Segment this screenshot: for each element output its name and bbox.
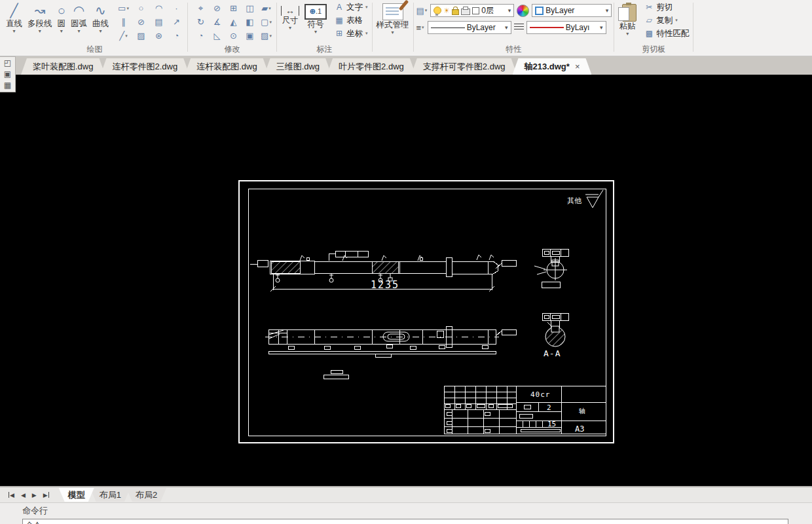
pen-edit-tool-icon[interactable]: ▰▾	[258, 1, 274, 15]
layout1-tab[interactable]: 布局1	[90, 488, 130, 502]
extend-tool-icon[interactable]: ∡	[209, 15, 225, 29]
style-manager-button[interactable]: 样式管理 ▾	[375, 1, 411, 36]
chevron-down-icon: ▾	[392, 30, 394, 35]
region-tool-icon[interactable]: ⊘	[132, 15, 150, 29]
color-wheel-icon[interactable]	[517, 5, 529, 17]
command-line-label: 命令行	[22, 505, 48, 517]
ribbon-separator	[276, 3, 277, 52]
previous-layout-button[interactable]: ◀	[18, 492, 29, 498]
style-manager-icon	[382, 3, 403, 20]
hatch-edit-tool-icon[interactable]: ▨▾	[258, 29, 274, 43]
arc-tool-button[interactable]: ◠ 圆弧 ▾	[69, 1, 89, 35]
doc-tab-2[interactable]: 连杆零件图2.dwg	[100, 58, 189, 75]
doc-tab-6[interactable]: 支撑杆可零件图2.dwg	[411, 58, 517, 75]
move-tool-icon[interactable]: ⌖	[193, 1, 209, 15]
ribbon-group-properties: ▤ ▾ ☀ 0层 ▾ ByLayer ▾	[416, 1, 612, 56]
overlap-tool-icon[interactable]: ◧	[242, 15, 258, 29]
ellipse-tool-icon[interactable]: ○	[132, 1, 150, 15]
revision-cloud-tool-icon[interactable]: ▤	[150, 15, 168, 29]
dimension-button[interactable]: ↔ 尺寸 ▾	[279, 1, 301, 31]
side-tool-icon-1[interactable]: ◰	[4, 58, 11, 68]
rectangle-tool-icon[interactable]: ▭▾	[115, 1, 132, 15]
copy-button[interactable]: ▱ 复制 ▾	[642, 14, 691, 26]
close-icon[interactable]: ×	[575, 58, 580, 75]
coordinate-icon: ⊞	[335, 29, 344, 38]
shaft-drawing: 其他 1235 A-A 40cr 2 15 A3 轴	[0, 75, 812, 486]
scale-tool-icon[interactable]: ▢▾	[258, 15, 274, 29]
scale-text: 15	[547, 420, 556, 428]
side-tool-icon-2[interactable]: ▣	[4, 69, 11, 79]
section-detail-top	[534, 249, 568, 288]
next-layout-button[interactable]: ▶	[29, 492, 40, 498]
document-tab-bar: 桨叶装配图.dwg 连杆零件图2.dwg 连杆装配图.dwg 三维图.dwg 叶…	[0, 56, 812, 75]
arrow-tool-icon[interactable]: ↗	[168, 15, 185, 29]
command-input-area: 命令	[0, 518, 812, 524]
copy-object-tool-icon[interactable]: ◫	[242, 1, 258, 15]
linetype-manager-button[interactable]: ≡ ▾	[416, 22, 425, 33]
key-detail	[323, 370, 348, 379]
spline-icon: ∿	[95, 2, 106, 19]
curve-tool-icon[interactable]: ◠	[150, 1, 168, 15]
lineweight-select[interactable]: ByLayı ▾	[526, 21, 606, 34]
layout2-tab[interactable]: 布局2	[126, 488, 166, 502]
gear-tool-icon[interactable]: ⊛	[150, 29, 168, 43]
layer-properties-button[interactable]: ▤ ▾	[416, 5, 428, 16]
first-layout-button[interactable]: ◀	[5, 492, 18, 498]
match-properties-button[interactable]: ▩ 特性匹配	[642, 28, 691, 39]
doc-tab-5[interactable]: 叶片零件图2.dwg	[327, 58, 416, 75]
chamfer-tool-icon[interactable]: ◺	[209, 29, 225, 43]
mirror-tool-icon[interactable]: ◭	[225, 15, 242, 29]
side-tool-icon-3[interactable]: ▦	[4, 81, 11, 90]
table-button[interactable]: ▦ 表格	[333, 14, 370, 26]
doc-tab-1[interactable]: 桨叶装配图.dwg	[21, 58, 105, 75]
ribbon-separator	[187, 3, 188, 52]
color-select[interactable]: ByLayer ▾	[532, 4, 612, 17]
ribbon-group-annotate: ↔ 尺寸 ▾ ⊕.1 符号 ▾ A 文字 ▾ ▦ 表格	[279, 1, 370, 56]
last-layout-button[interactable]: ▶	[40, 492, 52, 498]
outer-border	[239, 181, 614, 443]
parallel-tool-icon[interactable]: ∥	[115, 15, 132, 29]
circle-tool-button[interactable]: ○ 圆 ▾	[56, 1, 68, 35]
doc-tab-active[interactable]: 轴213.dwg* ×	[513, 58, 592, 75]
rotate-tool-icon[interactable]: ↻	[193, 15, 209, 29]
point-tool-icon[interactable]: ·	[168, 1, 185, 15]
spline-tool-button[interactable]: ∿ 曲线 ▾	[90, 1, 111, 35]
wipeout-tool-icon[interactable]: ◔	[168, 29, 185, 43]
spin-tool-icon[interactable]: ⊙	[225, 29, 242, 43]
break-tool-icon[interactable]: ⊘	[209, 1, 225, 15]
coordinate-button[interactable]: ⊞ 坐标 ▾	[333, 28, 370, 39]
array-tool-icon[interactable]: ⊞	[225, 1, 242, 15]
model-tab[interactable]: 模型	[59, 488, 94, 502]
ribbon-group-modify: ⌖ ⊘ ⊞ ◫ ▰▾ ↻ ∡ ◭ ◧ ▢▾ ◔ ◺ ⊙ ▣ ▨▾ 修改	[190, 1, 274, 56]
chevron-down-icon: ▾	[505, 24, 508, 31]
ribbon-group-draw: ╱ 直线 ▾ ↝ 多段线 ▾ ○ 圆 ▾ ◠ 圆弧 ▾ ∿ 曲线	[4, 1, 185, 56]
section-detail-aa	[542, 313, 568, 346]
paste-button[interactable]: 粘贴 ▾	[616, 1, 638, 37]
command-input[interactable]: 命令	[22, 519, 788, 524]
clipboard-group-label: 剪切板	[616, 44, 691, 55]
line-icon: ╱	[10, 2, 18, 19]
part-name-text: 轴	[578, 407, 585, 415]
lineweight-icon[interactable]	[514, 24, 524, 31]
text-button[interactable]: A 文字 ▾	[333, 1, 370, 13]
ribbon-group-style: 样式管理 ▾	[375, 1, 411, 56]
solid-edit-tool-icon[interactable]: ▣	[242, 29, 258, 43]
layer-lock-icon	[452, 9, 459, 15]
text-icon: A	[335, 3, 344, 12]
doc-tab-4[interactable]: 三维图.dwg	[265, 58, 331, 75]
doc-tab-3[interactable]: 连杆装配图.dwg	[185, 58, 268, 75]
dimension-icon: ↔	[281, 6, 299, 16]
ribbon-separator	[693, 3, 693, 52]
symbol-button[interactable]: ⊕.1 符号 ▾	[303, 1, 329, 35]
construction-line-tool-icon[interactable]: ╱▾	[115, 29, 132, 43]
layer-select[interactable]: ☀ 0层 ▾	[430, 4, 514, 17]
line-tool-button[interactable]: ╱ 直线 ▾	[4, 1, 24, 35]
cut-button[interactable]: ✂ 剪切	[642, 1, 691, 13]
polyline-tool-button[interactable]: ↝ 多段线 ▾	[26, 1, 54, 35]
hatch-tool-icon[interactable]: ▨	[132, 29, 150, 43]
linetype-sample	[431, 28, 465, 28]
linetype-select[interactable]: ByLayer ▾	[428, 21, 511, 34]
fillet-tool-icon[interactable]: ◔	[193, 29, 209, 43]
drawing-canvas[interactable]: 其他 1235 A-A 40cr 2 15 A3 轴	[0, 75, 812, 486]
chevron-down-icon: ▾	[606, 7, 609, 14]
